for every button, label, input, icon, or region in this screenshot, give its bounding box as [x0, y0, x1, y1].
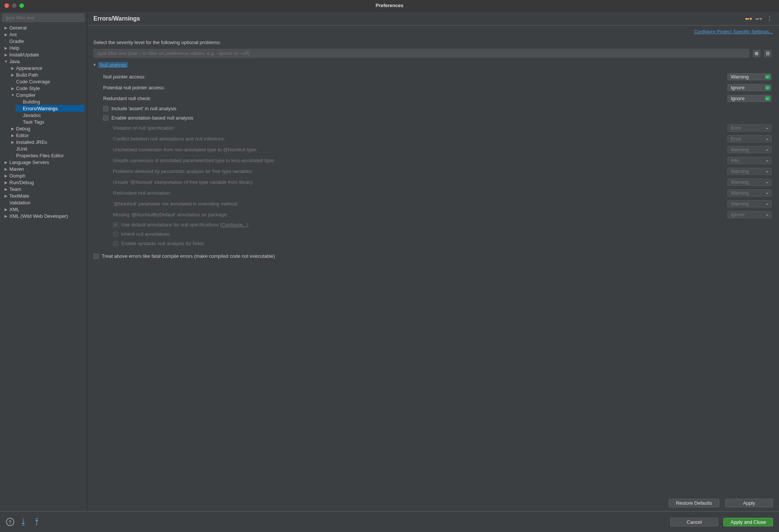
cancel-button[interactable]: Cancel [670, 518, 718, 526]
chevron-right-icon[interactable]: ▶ [10, 86, 15, 90]
chevron-right-icon[interactable]: ▶ [4, 53, 8, 57]
tree-item-xml[interactable]: ▶XML [2, 206, 84, 213]
tree-item-gradle[interactable]: Gradle [2, 38, 84, 44]
footer: ? ⭳ ⭱ Cancel Apply and Close [0, 511, 779, 532]
maximize-window-icon[interactable] [19, 3, 24, 8]
tree-item-java[interactable]: ▼Java [2, 58, 84, 65]
tree-item-task-tags[interactable]: Task Tags [16, 118, 84, 125]
cb-treat-as-fatal[interactable]: Treat above errors like fatal compile er… [93, 248, 772, 261]
select-potential-null-access[interactable]: Ignore [727, 84, 772, 91]
tree-item-label: Gradle [9, 38, 24, 44]
tree-item-run-debug[interactable]: ▶Run/Debug [2, 179, 84, 186]
content-pane: Errors/Warnings ⬅▾ ➡▾ ⋮ Configure Projec… [87, 11, 779, 511]
chevron-down-icon[interactable]: ▼ [4, 59, 8, 64]
cb-enable-annotation-analysis[interactable]: Enable annotation-based null analysis [93, 113, 772, 123]
chevron-right-icon[interactable]: ▶ [10, 133, 15, 137]
tree-item-label: Help [9, 45, 19, 51]
cb-inherit-null-annotations: Inherit null annotations [93, 229, 772, 239]
tree-item-general[interactable]: ▶General [2, 24, 84, 31]
tree-item-help[interactable]: ▶Help [2, 44, 84, 51]
tree-item-label: Run/Debug [9, 180, 34, 185]
tree-item-code-coverage[interactable]: Code Coverage [9, 78, 84, 85]
tree-item-debug[interactable]: ▶Debug [9, 125, 84, 132]
chevron-right-icon[interactable]: ▶ [4, 187, 8, 191]
configure-project-link[interactable]: Configure Project Specific Settings... [694, 29, 773, 34]
chevron-right-icon[interactable]: ▶ [10, 66, 15, 70]
apply-button[interactable]: Apply [725, 499, 773, 507]
row-potential-null-access: Potential null pointer access: Ignore [93, 82, 772, 93]
select-null-pointer-access[interactable]: Warning [727, 73, 772, 80]
tree-item-label: Oomph [9, 173, 25, 179]
help-icon[interactable]: ? [6, 518, 14, 526]
tree-item-label: Validation [9, 200, 30, 205]
tree-item-language-servers[interactable]: ▶Language Servers [2, 159, 84, 166]
tree-item-label: Building [23, 99, 40, 105]
window-title: Preferences [376, 3, 403, 8]
nav-back-icon[interactable]: ⬅▾ [745, 16, 752, 22]
cb-syntactic-null-analysis: Enable syntactic null analysis for field… [93, 239, 772, 248]
tree-item-label: Build Path [16, 72, 38, 78]
chevron-right-icon[interactable]: ▶ [10, 140, 15, 144]
tree-item-oomph[interactable]: ▶Oomph [2, 172, 84, 179]
tree-item-xml-wild-web-developer-[interactable]: ▶XML (Wild Web Developer) [2, 213, 84, 219]
chevron-right-icon[interactable]: ▶ [4, 214, 8, 218]
import-icon[interactable]: ⭳ [19, 517, 28, 527]
chevron-right-icon[interactable]: ▶ [10, 127, 15, 131]
minimize-window-icon [12, 3, 16, 8]
tree-item-maven[interactable]: ▶Maven [2, 166, 84, 172]
tree-item-editor[interactable]: ▶Editor [9, 132, 84, 139]
tree-item-label: Java [9, 59, 19, 64]
tree-item-label: Errors/Warnings [23, 106, 58, 111]
tree-item-building[interactable]: Building [16, 98, 84, 105]
tree-item-junit[interactable]: JUnit [9, 145, 84, 152]
chevron-right-icon[interactable]: ▶ [4, 174, 8, 178]
apply-and-close-button[interactable]: Apply and Close [723, 518, 773, 526]
select-disabled: Warning [727, 189, 772, 197]
sidebar: ▶General▶AntGradle▶Help▶Install/Update▼J… [0, 11, 87, 511]
chevron-right-icon[interactable]: ▶ [4, 207, 8, 211]
expand-all-icon[interactable]: ⊞ [753, 50, 760, 57]
export-icon[interactable]: ⭱ [33, 517, 41, 527]
select-disabled: Error [727, 124, 772, 132]
section-null-analysis[interactable]: ▼ Null analysis [93, 62, 772, 68]
tree-item-code-style[interactable]: ▶Code Style [9, 85, 84, 92]
tree-item-installed-jres[interactable]: ▶Installed JREs [9, 139, 84, 145]
restore-defaults-button[interactable]: Restore Defaults [669, 499, 719, 507]
tree-item-appearance[interactable]: ▶Appearance [9, 65, 84, 71]
tree-item-label: General [9, 25, 27, 31]
chevron-down-icon[interactable]: ▼ [10, 93, 15, 97]
chevron-right-icon[interactable]: ▶ [4, 180, 8, 185]
tree-item-label: Install/Update [9, 52, 39, 58]
more-menu-icon[interactable]: ⋮ [767, 15, 773, 22]
chevron-right-icon[interactable]: ▶ [4, 26, 8, 30]
cb-include-assert[interactable]: Include 'assert' in null analysis [93, 104, 772, 113]
tree-item-errors-warnings[interactable]: Errors/Warnings [16, 105, 84, 112]
tree-item-install-update[interactable]: ▶Install/Update [2, 51, 84, 58]
tree-item-team[interactable]: ▶Team [2, 186, 84, 192]
chevron-right-icon[interactable]: ▶ [4, 160, 8, 164]
collapse-all-icon[interactable]: ⊟ [764, 50, 772, 57]
tree-item-properties-files-editor[interactable]: Properties Files Editor [9, 152, 84, 159]
tree-item-label: TextMate [9, 193, 29, 199]
chevron-right-icon[interactable]: ▶ [4, 194, 8, 198]
chevron-right-icon[interactable]: ▶ [4, 33, 8, 37]
severity-prompt: Select the severity level for the follow… [93, 40, 772, 45]
tree-item-ant[interactable]: ▶Ant [2, 31, 84, 38]
tree-item-textmate[interactable]: ▶TextMate [2, 192, 84, 199]
tree-item-validation[interactable]: Validation [2, 199, 84, 206]
close-window-icon[interactable] [4, 3, 9, 8]
nav-forward-icon: ➡▾ [755, 16, 762, 22]
chevron-right-icon[interactable]: ▶ [10, 73, 15, 77]
checkbox-icon [103, 106, 108, 111]
cb-use-default-annotations: Use default annotations for null specifi… [93, 220, 772, 229]
select-redundant-null-check[interactable]: Ignore [727, 95, 772, 102]
chevron-right-icon[interactable]: ▶ [4, 46, 8, 50]
sidebar-filter-input[interactable] [2, 13, 84, 22]
tree-item-build-path[interactable]: ▶Build Path [9, 71, 84, 78]
tree-item-compiler[interactable]: ▼Compiler [9, 92, 84, 98]
chevron-right-icon[interactable]: ▶ [4, 167, 8, 171]
tree-item-label: Code Coverage [16, 79, 50, 84]
chevron-down-icon: ▼ [93, 63, 96, 67]
tree-item-javadoc[interactable]: Javadoc [16, 112, 84, 118]
content-filter-input[interactable] [93, 49, 749, 58]
